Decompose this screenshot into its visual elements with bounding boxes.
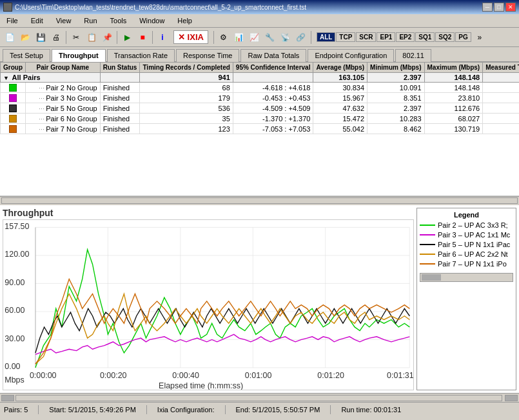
row-confidence: -4.618 : +4.618 xyxy=(233,83,313,93)
tab-transaction-rate[interactable]: Transaction Rate xyxy=(107,49,175,62)
row-maximum: 130.719 xyxy=(424,124,483,134)
col-measured-time: Measured Time (sec) xyxy=(483,63,519,73)
open-button[interactable]: 📂 xyxy=(18,30,32,45)
throughput-chart: 157.50 120.00 90.00 60.00 30.00 0.00 Mbp… xyxy=(3,220,413,390)
copy-button[interactable]: 📋 xyxy=(84,30,99,45)
row-maximum: 148.148 xyxy=(424,83,483,93)
svg-text:0:01:31: 0:01:31 xyxy=(387,371,413,380)
svg-text:Mbps: Mbps xyxy=(5,375,24,385)
tb-btn6[interactable]: 🔗 xyxy=(294,30,308,45)
all-pairs-label: All Pairs xyxy=(12,74,41,81)
tab-throughput[interactable]: Throughput xyxy=(52,49,106,62)
maximize-button[interactable]: □ xyxy=(494,3,504,12)
menu-file[interactable]: File xyxy=(3,15,22,26)
row-measured: 89.386 xyxy=(483,124,519,134)
sep1 xyxy=(66,31,66,44)
row-pair-name: ···Pair 5 No Group xyxy=(26,103,101,114)
tab-endpoint-config[interactable]: Endpoint Configuration xyxy=(308,49,394,62)
tb-btn1[interactable]: ⚙ xyxy=(217,30,231,45)
proto-sq1[interactable]: SQ1 xyxy=(415,32,435,42)
svg-text:0:00:00: 0:00:00 xyxy=(30,371,57,380)
row-pair-name: ···Pair 6 No Group xyxy=(26,114,101,124)
proto-all[interactable]: ALL xyxy=(317,32,335,42)
all-pairs-timing: 941 xyxy=(140,73,233,83)
save-button[interactable]: 💾 xyxy=(34,30,48,45)
row-confidence: -1.370 : +1.370 xyxy=(233,114,313,124)
all-pairs-expand: ▼ All Pairs xyxy=(1,73,101,83)
info-button[interactable]: i xyxy=(155,30,170,45)
minimize-button[interactable]: ─ xyxy=(482,3,493,12)
proto-scr[interactable]: SCR xyxy=(356,32,376,42)
legend-item-pair3: Pair 3 – UP AC 1x1 Mc xyxy=(420,231,513,239)
svg-text:157.50: 157.50 xyxy=(5,221,29,230)
table-row[interactable]: ···Pair 5 No Group Finished 536 -4.509 :… xyxy=(1,103,520,114)
legend-label-pair2: Pair 2 – UP AC 3x3 R; xyxy=(438,221,508,229)
tab-response-time[interactable]: Response Time xyxy=(176,49,239,62)
tab-raw-data[interactable]: Raw Data Totals xyxy=(240,49,306,62)
expand-icon: ▼ xyxy=(3,75,9,81)
row-minimum: 10.091 xyxy=(367,83,424,93)
all-pairs-minimum: 2.397 xyxy=(367,73,424,83)
row-minimum: 2.397 xyxy=(367,103,424,114)
row-average: 55.042 xyxy=(313,124,367,134)
row-pair-name: ···Pair 2 No Group xyxy=(26,83,101,93)
menu-help[interactable]: Help xyxy=(173,15,196,26)
status-runtime: Run time: 00:01:31 xyxy=(341,406,401,414)
table-row[interactable]: ···Pair 7 No Group Finished 123 -7.053 :… xyxy=(1,124,520,134)
status-bar: Pairs: 5 Start: 5/1/2015, 5:49:26 PM Ixi… xyxy=(0,402,519,416)
table-row[interactable]: ···Pair 6 No Group Finished 35 -1.370 : … xyxy=(1,114,520,124)
cut-button[interactable]: ✂ xyxy=(69,30,83,45)
proto-pg[interactable]: PG xyxy=(455,32,471,42)
chart-hscrollbar[interactable] xyxy=(0,393,519,402)
table-row[interactable]: ···Pair 3 No Group Finished 179 -0.453 :… xyxy=(1,93,520,103)
col-run-status: Run Status xyxy=(100,63,140,73)
proto-ep1[interactable]: EP1 xyxy=(377,32,395,42)
new-button[interactable]: 📄 xyxy=(3,30,17,45)
chart-main: Throughput 157.50 120.00 90.00 60.00 30.… xyxy=(3,208,414,390)
menu-edit[interactable]: Edit xyxy=(27,15,47,26)
svg-rect-0 xyxy=(3,220,413,390)
row-timing: 68 xyxy=(140,83,233,93)
tb-btn3[interactable]: 📈 xyxy=(248,30,262,45)
table-hscrollbar[interactable] xyxy=(0,196,519,205)
menu-window[interactable]: Window xyxy=(135,15,168,26)
menu-view[interactable]: View xyxy=(52,15,75,26)
row-average: 15.472 xyxy=(313,114,367,124)
tb-btn5[interactable]: 📡 xyxy=(279,30,293,45)
tab-802-11[interactable]: 802.11 xyxy=(395,49,431,62)
menu-run[interactable]: Run xyxy=(80,15,101,26)
stop-button[interactable]: ■ xyxy=(135,30,150,45)
menu-tools[interactable]: Tools xyxy=(106,15,131,26)
svg-text:60.00: 60.00 xyxy=(5,306,24,315)
col-confidence: 95% Confidence Interval xyxy=(233,63,313,73)
ixia-logo: ✕ IXIA xyxy=(173,30,208,44)
legend-item-pair2: Pair 2 – UP AC 3x3 R; xyxy=(420,221,513,229)
close-button[interactable]: ✕ xyxy=(505,3,516,12)
tb-btn4[interactable]: 🔧 xyxy=(263,30,277,45)
proto-ep2[interactable]: EP2 xyxy=(396,32,415,42)
tab-test-setup[interactable]: Test Setup xyxy=(3,49,50,62)
data-table-container[interactable]: Group Pair Group Name Run Status Timing … xyxy=(0,62,519,196)
col-timing-records: Timing Records / Completed xyxy=(140,63,233,73)
svg-text:0:00:20: 0:00:20 xyxy=(100,371,127,380)
more-button[interactable]: » xyxy=(473,30,487,45)
row-measured: 90.486 xyxy=(483,114,519,124)
col-group: Group xyxy=(1,63,26,73)
row-pair-name: ···Pair 7 No Group xyxy=(26,124,101,134)
run-button[interactable]: ▶ xyxy=(120,30,134,45)
row-icon xyxy=(1,93,26,103)
svg-text:0:01:00: 0:01:00 xyxy=(245,371,272,380)
print-button[interactable]: 🖨 xyxy=(49,30,63,45)
row-confidence: -4.509 : +4.509 xyxy=(233,103,313,114)
row-timing: 536 xyxy=(140,103,233,114)
tb-btn2[interactable]: 📊 xyxy=(232,30,246,45)
row-minimum: 10.283 xyxy=(367,114,424,124)
legend-scrollbar[interactable] xyxy=(420,273,513,282)
table-row[interactable]: ···Pair 2 No Group Finished 68 -4.618 : … xyxy=(1,83,520,93)
svg-text:120.00: 120.00 xyxy=(5,250,29,259)
paste-button[interactable]: 📌 xyxy=(100,30,114,45)
row-all-pairs[interactable]: ▼ All Pairs 941 163.105 2.397 148.148 xyxy=(1,73,520,83)
proto-sq2[interactable]: SQ2 xyxy=(435,32,455,42)
proto-tcp[interactable]: TCP xyxy=(336,32,355,42)
results-table: Group Pair Group Name Run Status Timing … xyxy=(0,62,519,134)
